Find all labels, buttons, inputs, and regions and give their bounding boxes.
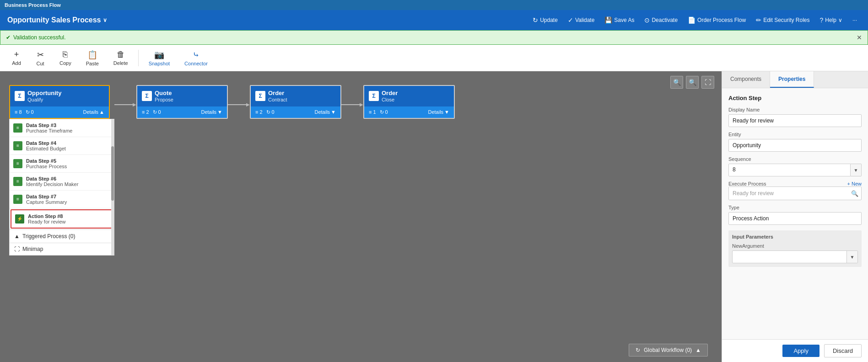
order-contract-step-badge: ≡ 2: [255, 109, 263, 115]
entity-input[interactable]: Opportunity: [728, 139, 862, 152]
zoom-in-button[interactable]: 🔍: [686, 76, 699, 89]
data-step-6-icon: ≡: [13, 177, 22, 186]
connector-1-2: ▶: [114, 102, 136, 107]
deactivate-icon: ⊙: [644, 16, 650, 24]
app-title[interactable]: Opportunity Sales Process ∨: [7, 16, 107, 24]
order-contract-condition-badge: ↻ 0: [266, 109, 275, 115]
toolbar: + Add ✂ Cut ⎘ Copy 📋 Paste 🗑 Delete 📷 Sn…: [0, 45, 868, 71]
opportunity-node-icon: Σ: [15, 91, 25, 101]
input-parameters-title: Input Parameters: [732, 234, 858, 240]
new-argument-dropdown-button[interactable]: ▼: [846, 251, 857, 263]
order-contract-header: Σ Order Contract: [251, 86, 340, 106]
new-argument-field[interactable]: [733, 251, 846, 262]
connector-button[interactable]: ⤷ Connector: [178, 48, 214, 68]
opportunity-details-button[interactable]: Details ▲: [83, 109, 104, 115]
step-item-3[interactable]: ≡ Data Step #3 Purchase Timeframe: [10, 119, 114, 137]
discard-button[interactable]: Discard: [824, 344, 862, 357]
tab-properties[interactable]: Properties: [770, 71, 814, 88]
execute-process-input[interactable]: [729, 187, 848, 200]
apply-button[interactable]: Apply: [782, 345, 819, 357]
type-input[interactable]: Process Action: [728, 212, 862, 225]
top-nav-left: Opportunity Sales Process ∨: [7, 16, 107, 24]
step-item-7[interactable]: ≡ Data Step #7 Capture Summary: [10, 191, 114, 208]
right-panel-tabs: Components Properties: [722, 71, 868, 88]
title-bar-text: Business Process Flow: [5, 2, 61, 8]
order-contract-icon: Σ: [255, 91, 265, 101]
flow-node-order-close: Σ Order Close ≡ 1 ↻ 0: [363, 85, 455, 119]
execute-input-row: 🔍: [728, 186, 862, 200]
order-close-details-button[interactable]: Details ▼: [428, 109, 449, 115]
step-item-4[interactable]: ≡ Data Step #4 Estimated Budget: [10, 137, 114, 155]
add-button[interactable]: + Add: [5, 48, 27, 68]
minimap-bar[interactable]: ⛶ Minimap: [10, 243, 114, 255]
step-3-text: Data Step #3 Purchase Timeframe: [26, 122, 72, 133]
validate-button[interactable]: ✓ Validate: [564, 15, 598, 26]
quote-node-icon: Σ: [142, 91, 152, 101]
help-button[interactable]: ? Help ∨: [816, 15, 846, 26]
new-process-link[interactable]: + New: [847, 181, 862, 186]
triggered-process: ▲ Triggered Process (0): [10, 229, 114, 243]
sequence-dropdown-button[interactable]: ▼: [851, 164, 862, 176]
canvas-controls: 🔍 🔍 ⛶: [670, 76, 714, 89]
quote-details-button[interactable]: Details ▼: [201, 109, 222, 115]
step-item-8-action[interactable]: ⚡ Action Step #8 Ready for review: [11, 209, 113, 229]
cut-button[interactable]: ✂ Cut: [29, 48, 51, 68]
opportunity-condition-badge: ↻ 0: [26, 109, 34, 115]
connector-2-3: ▶: [228, 102, 250, 107]
step-item-6[interactable]: ≡ Data Step #6 Identify Decision Maker: [10, 173, 114, 191]
delete-button[interactable]: 🗑 Delete: [107, 48, 135, 68]
canvas-area[interactable]: 🔍 🔍 ⛶ Σ Opportunity Qualify: [0, 71, 722, 362]
order-close-footer: ≡ 1 ↻ 0 Details ▼: [364, 106, 454, 118]
quote-node-title: Quote Propose: [155, 90, 173, 103]
flow-node-order-close-card[interactable]: Σ Order Close ≡ 1 ↻ 0: [363, 85, 455, 119]
panel-section-title: Action Step: [728, 95, 862, 101]
order-process-flow-button[interactable]: 📄 Order Process Flow: [684, 15, 749, 26]
saveas-button[interactable]: 💾 Save As: [601, 15, 638, 26]
order-close-header: Σ Order Close: [364, 86, 454, 106]
quote-node-header: Σ Quote Propose: [137, 86, 227, 106]
zoom-in-icon: 🔍: [689, 79, 696, 86]
flow-node-order-contract-card[interactable]: Σ Order Contract ≡ 2 ↻ 0: [250, 85, 341, 119]
display-name-input[interactable]: Ready for review: [728, 114, 862, 127]
execute-search-icon[interactable]: 🔍: [848, 187, 861, 200]
paste-icon: 📋: [87, 50, 97, 60]
flow-node-opportunity-card[interactable]: Σ Opportunity Qualify ≡ 8 ↻ 0: [9, 85, 110, 119]
connector-3-4: ▶: [341, 102, 363, 107]
connector-line-2: [228, 104, 247, 105]
copy-button[interactable]: ⎘ Copy: [53, 48, 78, 68]
paste-button[interactable]: 📋 Paste: [80, 48, 105, 68]
global-workflow[interactable]: ↻ Global Workflow (0) ▲: [629, 344, 708, 357]
scroll-thumb: [111, 146, 114, 201]
order-contract-details-button[interactable]: Details ▼: [314, 109, 336, 115]
tab-components[interactable]: Components: [722, 71, 770, 88]
snapshot-icon: 📷: [154, 50, 164, 60]
more-options-button[interactable]: ···: [849, 15, 861, 25]
step-item-5[interactable]: ≡ Data Step #5 Purchase Process: [10, 155, 114, 173]
entity-label: Entity: [728, 132, 862, 137]
zoom-out-button[interactable]: 🔍: [670, 76, 683, 89]
edit-security-roles-button[interactable]: ✏ Edit Security Roles: [752, 15, 813, 26]
snapshot-button[interactable]: 📷 Snapshot: [142, 48, 176, 68]
step-7-text: Data Step #7 Capture Summary: [26, 194, 67, 205]
step-5-text: Data Step #5 Purchase Process: [26, 158, 67, 169]
top-nav-actions: ↻ Update ✓ Validate 💾 Save As ⊙ Deactiva…: [529, 15, 861, 26]
quote-badge-icon: ≡: [142, 109, 145, 115]
sequence-row: 8 ▼: [728, 164, 862, 176]
order-close-step-badge: ≡ 1: [369, 109, 376, 115]
right-panel: Components Properties Action Step Displa…: [722, 71, 868, 362]
opportunity-node-footer: ≡ 8 ↻ 0 Details ▲: [10, 106, 109, 118]
order-contract-chevron: ▼: [331, 109, 336, 115]
order-close-condition-badge: ↻ 0: [380, 109, 388, 115]
sequence-input[interactable]: 8: [728, 164, 851, 176]
fit-page-button[interactable]: ⛶: [701, 76, 714, 89]
quote-condition-icon: ↻: [153, 109, 157, 115]
update-icon: ↻: [533, 16, 538, 24]
input-parameters-section: Input Parameters NewArgument ▼: [728, 230, 862, 267]
update-button[interactable]: ↻ Update: [529, 15, 561, 26]
validation-close-button[interactable]: ✕: [857, 34, 862, 41]
execute-process-label: Execute Process: [728, 181, 766, 186]
flow-node-quote-card[interactable]: Σ Quote Propose ≡ 2 ↻ 0: [136, 85, 228, 119]
action-step-8-icon: ⚡: [15, 214, 24, 224]
deactivate-button[interactable]: ⊙ Deactivate: [641, 15, 681, 26]
triggered-process-icon: ▲: [14, 233, 20, 240]
